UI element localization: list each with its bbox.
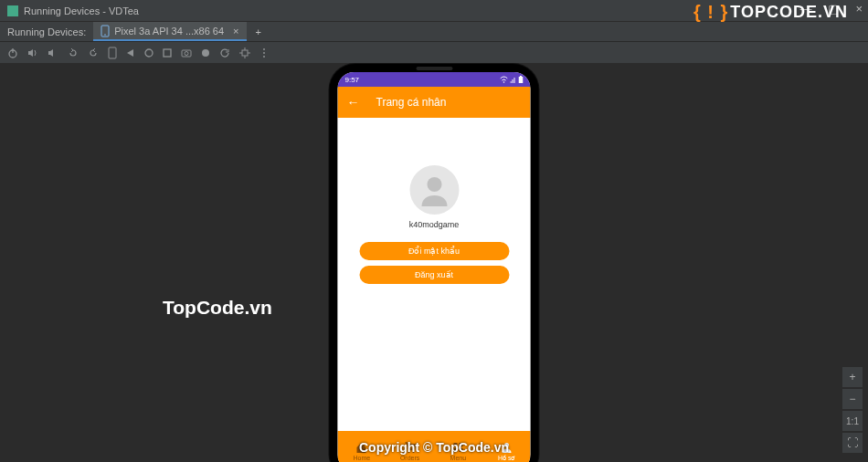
device-stage: TopCode.vn 9:57 ← Trang cá nhân k <box>0 64 868 462</box>
tabs-group-label: Running Devices: <box>0 26 93 37</box>
svg-rect-4 <box>109 47 116 58</box>
status-right <box>501 76 524 83</box>
phone-icon <box>101 25 110 37</box>
svg-point-21 <box>427 177 441 192</box>
watermark-left: TopCode.vn <box>163 297 272 319</box>
nav-label: Home <box>354 455 371 461</box>
svg-rect-19 <box>519 77 524 83</box>
person-icon <box>416 172 452 208</box>
svg-point-17 <box>263 56 265 58</box>
more-icon[interactable] <box>259 47 269 58</box>
change-password-button[interactable]: Đổi mật khẩu <box>359 242 509 260</box>
chip-icon[interactable] <box>239 47 250 58</box>
refresh-icon[interactable] <box>219 47 230 58</box>
profile-content: k40modgame Đổi mật khẩu Đăng xuất <box>338 118 531 431</box>
svg-point-5 <box>145 49 153 57</box>
logout-button[interactable]: Đăng xuất <box>359 266 509 284</box>
overview-square-icon[interactable] <box>163 48 172 58</box>
svg-rect-6 <box>164 49 171 57</box>
power-icon[interactable] <box>7 47 18 58</box>
logo-brackets: { ! } <box>693 2 728 23</box>
status-time: 9:57 <box>345 76 360 84</box>
nav-label: Orders <box>400 455 419 461</box>
phone-frame: 9:57 ← Trang cá nhân k40modgame Đổi mật … <box>330 64 539 462</box>
back-triangle-icon[interactable] <box>126 48 135 58</box>
device-tab-active[interactable]: Pixel 3a API 34 ...x86 64 × <box>93 22 246 41</box>
tab-close-icon[interactable]: × <box>233 26 238 37</box>
zoom-ratio-button[interactable]: 1:1 <box>842 411 863 431</box>
svg-rect-20 <box>520 76 522 77</box>
device-frame-icon[interactable] <box>108 47 117 59</box>
watermark-logo: { ! } TOPCODE.VN <box>693 2 848 23</box>
username-label: k40modgame <box>409 220 460 229</box>
rotate-left-icon[interactable] <box>68 47 79 58</box>
home-circle-icon[interactable] <box>144 48 153 58</box>
nav-label: Menu <box>450 455 467 461</box>
svg-point-15 <box>263 48 265 50</box>
svg-point-18 <box>503 81 505 83</box>
svg-point-16 <box>263 52 265 54</box>
wifi-icon <box>501 76 508 83</box>
volume-down-icon[interactable] <box>48 47 58 58</box>
device-tab-label: Pixel 3a API 34 ...x86 64 <box>114 26 224 37</box>
rotate-right-icon[interactable] <box>88 47 99 58</box>
add-tab-button[interactable]: + <box>247 26 270 37</box>
appbar-title: Trang cá nhân <box>376 96 447 109</box>
back-button[interactable]: ← <box>347 95 360 110</box>
svg-point-8 <box>185 51 188 55</box>
avatar-placeholder[interactable] <box>409 165 459 215</box>
zoom-fit-button[interactable]: ⛶ <box>842 433 863 453</box>
zoom-out-button[interactable]: − <box>842 389 863 409</box>
svg-point-9 <box>202 49 209 57</box>
app-bar: ← Trang cá nhân <box>338 87 531 118</box>
close-window-button[interactable]: × <box>855 2 863 16</box>
zoom-panel: + − 1:1 ⛶ <box>842 367 863 453</box>
battery-icon <box>519 76 524 83</box>
logo-text: TOPCODE.VN <box>730 3 848 22</box>
svg-rect-10 <box>242 50 248 56</box>
svg-point-1 <box>104 34 106 36</box>
screenshot-icon[interactable] <box>181 48 192 58</box>
phone-screen: 9:57 ← Trang cá nhân k40modgame Đổi mật … <box>338 72 531 462</box>
window-title: Running Devices - VDTea <box>24 5 139 16</box>
nav-label: Hồ sơ <box>498 455 515 462</box>
signal-icon <box>511 76 516 83</box>
zoom-in-button[interactable]: + <box>842 367 863 387</box>
watermark-bottom: Copyright © TopCode.vn <box>359 440 509 455</box>
phone-speaker <box>416 67 452 70</box>
record-icon[interactable] <box>201 48 210 58</box>
android-statusbar: 9:57 <box>338 72 531 87</box>
emulator-toolbar <box>0 42 868 64</box>
app-icon <box>7 5 18 16</box>
device-tabbar: Running Devices: Pixel 3a API 34 ...x86 … <box>0 22 868 42</box>
volume-icon[interactable] <box>27 47 38 58</box>
